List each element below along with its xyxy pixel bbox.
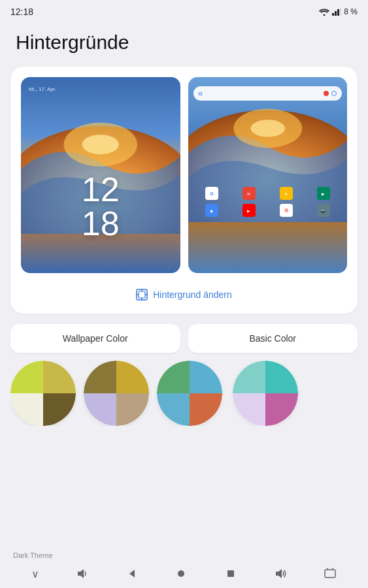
back-icon[interactable] [125,567,139,580]
svg-rect-3 [340,8,341,16]
svg-rect-2 [337,9,339,16]
lock-screen-preview[interactable]: Mi., 17. Apr. [21,77,180,273]
wallpaper-color-tab[interactable]: Wallpaper Color [10,324,180,353]
home-screen-preview[interactable]: G [188,77,348,273]
color-swatches [10,361,358,426]
app-photos: ◉ [205,204,218,217]
google-g: G [199,91,203,97]
app-play: ▶ [317,187,330,200]
nav-icons: ∨ [0,561,368,585]
color-swatch-4[interactable] [233,361,298,426]
change-wallpaper-button[interactable]: Hintergrund ändern [21,282,347,301]
home-search-bar: G [193,86,343,101]
basic-color-tab[interactable]: Basic Color [188,324,358,353]
page-title: Hintergründe [0,21,368,67]
app-chrome: ◎ [280,204,293,217]
volume-up-icon[interactable] [274,567,287,580]
color-swatch-2[interactable] [84,361,149,426]
svg-point-6 [82,135,119,154]
svg-rect-0 [332,13,334,16]
color-swatch-3[interactable] [157,361,222,426]
color-tabs: Wallpaper Color Basic Color [10,324,358,353]
chevron-down-icon[interactable]: ∨ [31,568,39,580]
mic-icon [324,91,329,96]
bottom-bar: Dark Theme ∨ [0,551,368,588]
app-google: G [205,187,218,200]
svg-rect-22 [227,570,234,577]
svg-rect-11 [139,291,145,298]
svg-rect-23 [325,570,335,578]
lock-time: 12 18 [21,172,180,240]
signal-icon [332,8,341,16]
wallpaper-previews: Mi., 17. Apr. [21,77,347,273]
lock-date: Mi., 17. Apr. [29,86,56,92]
wifi-icon [319,8,329,16]
wallpaper-change-icon [136,289,148,301]
status-time: 12:18 [10,7,33,17]
app-kids: ★ [280,187,293,200]
screenshot-icon[interactable] [324,567,337,580]
app-youtube: ▶ [243,204,256,217]
app-camera: 📷 [317,204,330,217]
status-bar: 12:18 8 % [0,0,368,21]
home-icon[interactable] [175,567,188,580]
lens-icon [331,91,337,96]
color-swatch-1[interactable] [10,361,76,426]
svg-rect-1 [335,11,337,16]
home-app-grid: G ✉ ★ ▶ ◉ [188,187,348,221]
battery-status: 8 % [344,7,358,16]
change-wallpaper-label: Hintergrund ändern [153,289,232,300]
svg-point-21 [178,570,184,577]
app-row-1: G ✉ ★ ▶ [193,187,343,200]
dark-theme-label: Dark Theme [13,551,52,559]
status-icons: 8 % [319,7,358,16]
app-mail: ✉ [243,187,256,200]
svg-point-9 [250,120,284,137]
volume-down-icon[interactable] [76,567,89,580]
svg-marker-20 [129,570,135,578]
app-row-2: ◉ ▶ ◎ 📷 [193,204,343,217]
wallpaper-card: Mi., 17. Apr. [10,67,358,314]
recent-icon[interactable] [224,567,237,580]
